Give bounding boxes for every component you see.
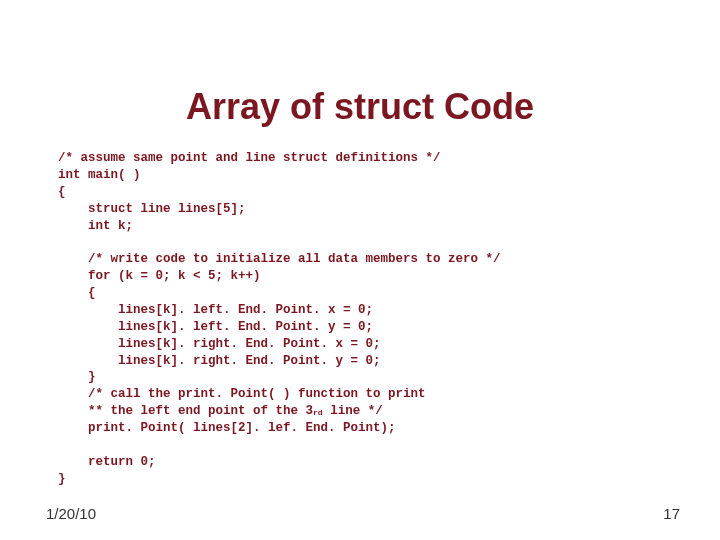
slide: Array of struct Code /* assume same poin…: [0, 0, 720, 540]
code-line: lines[k]. right. End. Point. x = 0;: [58, 337, 381, 351]
code-line: int k;: [58, 219, 133, 233]
code-line: ** the left end point of the 3rd line */: [58, 404, 383, 418]
code-line: /* assume same point and line struct def…: [58, 151, 441, 165]
slide-title: Array of struct Code: [0, 86, 720, 128]
code-line: lines[k]. left. End. Point. x = 0;: [58, 303, 373, 317]
code-line: /* write code to initialize all data mem…: [58, 252, 501, 266]
code-line: /* call the print. Point( ) function to …: [58, 387, 426, 401]
code-text: line */: [323, 404, 383, 418]
code-line: lines[k]. right. End. Point. y = 0;: [58, 354, 381, 368]
code-line: for (k = 0; k < 5; k++): [58, 269, 261, 283]
footer-date: 1/20/10: [46, 505, 96, 522]
code-line: print. Point( lines[2]. lef. End. Point)…: [58, 421, 396, 435]
code-line: lines[k]. left. End. Point. y = 0;: [58, 320, 373, 334]
code-block: /* assume same point and line struct def…: [58, 150, 668, 488]
code-line: struct line lines[5];: [58, 202, 246, 216]
code-text: ** the left end point of the 3: [58, 404, 313, 418]
ordinal-suffix: rd: [313, 408, 323, 417]
code-line: }: [58, 370, 96, 384]
footer-page-number: 17: [663, 505, 680, 522]
code-line: {: [58, 185, 66, 199]
code-line: }: [58, 472, 66, 486]
code-line: int main( ): [58, 168, 141, 182]
code-line: {: [58, 286, 96, 300]
code-line: return 0;: [58, 455, 156, 469]
